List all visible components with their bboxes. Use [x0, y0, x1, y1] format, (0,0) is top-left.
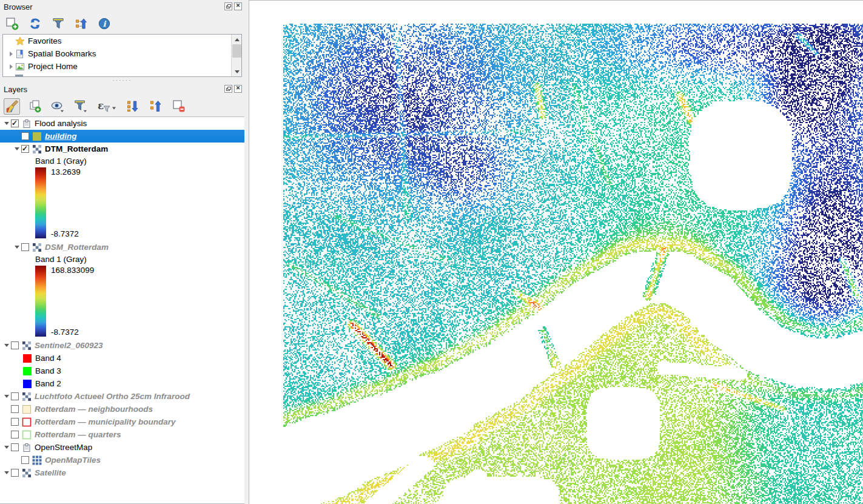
sw-green-icon: [22, 430, 32, 440]
caret-collapsed-icon[interactable]: [7, 52, 15, 56]
group-icon: [22, 443, 32, 452]
band-swatch-row[interactable]: Band 2: [0, 377, 244, 390]
layer-label[interactable]: Rotterdam — municipality boundary: [35, 417, 176, 426]
band-color-swatch: [23, 354, 32, 363]
band-swatch-row[interactable]: Band 4: [0, 352, 244, 365]
qgis-window: Browser ✕ i: [0, 0, 863, 504]
refresh-button[interactable]: [27, 16, 43, 32]
layer-row-building[interactable]: building: [0, 130, 244, 143]
add-layer-definition-button[interactable]: [4, 16, 20, 32]
layers-float-icon[interactable]: [224, 85, 232, 93]
layer-label[interactable]: Flood analysis: [35, 119, 87, 128]
browser-scrollbar[interactable]: [231, 35, 241, 76]
scroll-up-icon[interactable]: [232, 35, 242, 44]
filter-legend-button[interactable]: [73, 98, 89, 115]
band-label-row[interactable]: Band 1 (Gray): [0, 155, 244, 167]
layer-row-openstreetmap[interactable]: OpenStreetMap: [0, 441, 244, 454]
layer-label[interactable]: building: [45, 132, 76, 141]
layer-checkbox-unchecked[interactable]: [11, 405, 19, 413]
browser-item-project-home[interactable]: Project Home: [3, 60, 241, 73]
layer-label[interactable]: OpenMapTiles: [45, 455, 101, 465]
layer-label[interactable]: DTM_Rotterdam: [45, 144, 108, 153]
layer-checkbox-checked[interactable]: [11, 119, 19, 127]
layer-checkbox-unchecked[interactable]: [21, 243, 29, 251]
browser-item-label[interactable]: Favorites: [28, 36, 62, 45]
scroll-down-icon[interactable]: [232, 67, 242, 76]
expand-all-button[interactable]: [124, 98, 141, 115]
home-icon: [15, 62, 25, 72]
collapse-all-button[interactable]: [73, 16, 89, 32]
filter-browser-button[interactable]: [50, 16, 66, 32]
layer-row-sentinel2-060923[interactable]: Sentinel2_060923: [0, 339, 244, 352]
sw-green-icon: [22, 430, 32, 440]
band-label: Band 2: [35, 379, 61, 388]
caret-expanded-icon[interactable]: [2, 446, 11, 449]
layers-close-icon[interactable]: ✕: [234, 85, 242, 93]
expand-all-icon: [126, 99, 140, 113]
layer-row-luchtfoto-actueel-ortho-25cm-infrarood[interactable]: Luchtfoto Actueel Ortho 25cm Infrarood: [0, 390, 244, 403]
caret-expanded-icon[interactable]: [13, 246, 21, 249]
caret-expanded-icon[interactable]: [13, 147, 21, 150]
layer-label[interactable]: DSM_Rotterdam: [45, 243, 109, 252]
caret-expanded-icon[interactable]: [2, 471, 11, 474]
band-swatch-row[interactable]: Band 3: [0, 365, 244, 377]
raster-icon: [22, 392, 32, 402]
bookmark-icon: [15, 49, 25, 59]
layer-checkbox-unchecked[interactable]: [11, 431, 19, 438]
browser-item-label[interactable]: Project Home: [28, 62, 78, 71]
filter-by-expression-button[interactable]: ε: [96, 98, 118, 115]
caret-expanded-icon[interactable]: [2, 344, 11, 347]
map-canvas[interactable]: [283, 24, 863, 504]
layer-label[interactable]: Rotterdam — quarters: [35, 430, 121, 439]
layer-label[interactable]: Rotterdam — neighbourhoods: [35, 405, 153, 414]
layer-row-rotterdam-quarters[interactable]: Rotterdam — quarters: [0, 428, 244, 441]
properties-button[interactable]: i: [96, 16, 112, 32]
collapse-all-button[interactable]: [147, 98, 164, 115]
layer-label[interactable]: OpenStreetMap: [35, 443, 92, 452]
layer-row-rotterdam-municipality-boundary[interactable]: Rotterdam — municipality boundary: [0, 415, 244, 428]
layer-row-openmaptiles[interactable]: OpenMapTiles: [0, 454, 244, 466]
caret-expanded-icon[interactable]: [2, 122, 11, 125]
layer-row-rotterdam-neighbourhoods[interactable]: Rotterdam — neighbourhoods: [0, 403, 244, 415]
layer-checkbox-unchecked[interactable]: [11, 392, 19, 400]
caret-collapsed-icon[interactable]: [7, 64, 15, 69]
remove-layer-icon: [172, 99, 186, 113]
dock-splitter-vertical[interactable]: [244, 0, 249, 504]
panel-splitter-horizontal[interactable]: ······: [0, 78, 244, 82]
layer-checkbox-unchecked[interactable]: [11, 418, 19, 426]
layer-label[interactable]: Satellite: [35, 468, 66, 477]
layer-label[interactable]: Luchtfoto Actueel Ortho 25cm Infrarood: [35, 392, 190, 401]
layer-row-satellite[interactable]: Satellite: [0, 466, 244, 479]
layer-checkbox-checked[interactable]: [21, 145, 29, 153]
ramp-min-value: -8.7372: [51, 328, 94, 337]
browser-float-icon[interactable]: [224, 2, 232, 10]
layer-checkbox-unchecked[interactable]: [11, 341, 19, 349]
scroll-thumb[interactable]: [232, 44, 241, 58]
layer-row-dtm-rotterdam[interactable]: DTM_Rotterdam: [0, 143, 244, 155]
sw-yellow-icon: [22, 405, 32, 414]
star-icon: [15, 36, 25, 46]
color-ramp-legend: 168.833099-8.7372: [0, 265, 244, 339]
browser-item-favorites[interactable]: Favorites: [3, 35, 241, 47]
browser-close-icon[interactable]: ✕: [234, 2, 242, 10]
layer-row-dsm-rotterdam[interactable]: DSM_Rotterdam: [0, 241, 244, 254]
layers-panel-title: Layers: [4, 85, 27, 94]
manage-visibility-button[interactable]: [50, 98, 66, 115]
funnel-caret-icon: [73, 99, 89, 113]
browser-item-spatial-bookmarks[interactable]: Spatial Bookmarks: [3, 47, 241, 60]
layer-checkbox-unchecked[interactable]: [11, 443, 19, 451]
band-label-row[interactable]: Band 1 (Gray): [0, 254, 244, 265]
browser-item-label[interactable]: Spatial Bookmarks: [28, 49, 96, 58]
add-group-icon: [28, 99, 42, 113]
layer-row-flood-analysis[interactable]: Flood analysis: [0, 117, 244, 130]
layer-checkbox-unchecked[interactable]: [21, 132, 29, 140]
remove-layer-button[interactable]: [170, 98, 187, 115]
layer-label[interactable]: Sentinel2_060923: [35, 341, 103, 350]
layer-checkbox-unchecked[interactable]: [21, 456, 29, 464]
svg-text:ε: ε: [98, 99, 104, 112]
browser-panel-header: Browser ✕: [0, 0, 244, 13]
open-layer-styling-button[interactable]: [4, 98, 20, 115]
caret-expanded-icon[interactable]: [2, 395, 11, 398]
layer-checkbox-unchecked[interactable]: [11, 469, 19, 477]
add-group-button[interactable]: [27, 98, 43, 115]
